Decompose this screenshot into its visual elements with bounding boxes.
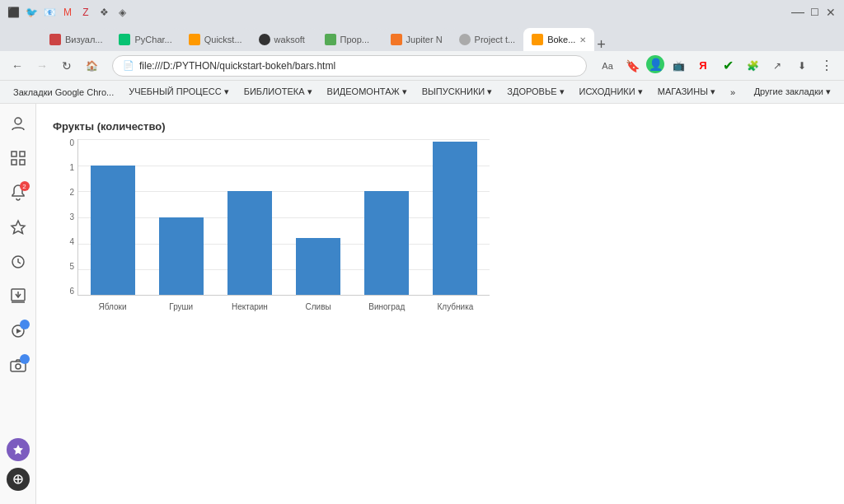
sidebar-icon-apps[interactable]: [5, 145, 31, 171]
chart-title: Фрукты (количество): [53, 120, 828, 133]
svg-marker-5: [12, 221, 25, 234]
sidebar-icon-app1[interactable]: [7, 438, 30, 461]
extensions-icon[interactable]: 🧩: [742, 55, 763, 77]
bookmark-biblioteka[interactable]: БИБЛИОТЕКА ▾: [237, 85, 319, 99]
sidebar-bottom: [7, 438, 30, 497]
svg-point-13: [16, 364, 21, 369]
tab-favicon-waksoft: [259, 34, 270, 45]
chart-area: 6 5 4 3 2 1 0: [53, 139, 490, 320]
sidebar-icon-downloads[interactable]: [5, 283, 31, 310]
restore-icon[interactable]: ☐: [808, 6, 821, 19]
bar-vinograd: [364, 191, 409, 295]
tab-waksoft[interactable]: waksoft: [251, 28, 316, 51]
svg-rect-1: [12, 152, 16, 156]
sidebar-icon-profile[interactable]: [5, 110, 31, 137]
other-bookmarks[interactable]: Другие закладки ▾: [748, 85, 837, 99]
tab-label: Прор...: [340, 35, 369, 44]
tab-bokeh[interactable]: Boke... ✕: [523, 28, 594, 51]
nav-actions: Аа 🔖 👤 📺 Я ✔ 🧩 ↗ ⬇ ⋮: [597, 55, 837, 77]
tab-favicon-quickstart: [189, 34, 200, 45]
reader-mode-icon[interactable]: Аа: [597, 55, 618, 77]
tab-pycharm[interactable]: PyChar...: [110, 28, 180, 51]
title-bar: ⬛ 🐦 📧 M Z ❖ ◈ — ☐ ✕: [0, 0, 844, 25]
tab-jupyter[interactable]: Jupiter N: [382, 28, 451, 51]
play-badge: [20, 320, 30, 329]
tab-favicon-bokeh: [532, 34, 543, 45]
bookmark-zdorovye[interactable]: ЗДОРОВЬЕ ▾: [500, 85, 570, 99]
new-tab-button[interactable]: +: [594, 38, 607, 51]
minimize-icon[interactable]: —: [791, 6, 804, 19]
tab-label: Jupiter N: [406, 35, 443, 44]
sidebar-icon-star[interactable]: [5, 214, 31, 240]
windows-icon[interactable]: ⬛: [7, 6, 20, 19]
bar-klubnika: [433, 142, 477, 295]
tab-close-bokeh[interactable]: ✕: [579, 35, 586, 44]
tab-favicon-jupyter: [391, 34, 402, 45]
bar-group-yabloki: Яблоки: [78, 139, 147, 295]
mail-icon[interactable]: 📧: [43, 6, 56, 19]
bookmark-magaziny[interactable]: МАГАЗИНЫ ▾: [651, 85, 722, 99]
svg-rect-3: [12, 160, 16, 165]
sidebar-icon-camera[interactable]: [5, 352, 31, 379]
browser-body: 2 Фрукты (ко: [0, 104, 844, 504]
back-button[interactable]: ←: [7, 55, 28, 77]
bar-slivy: [296, 238, 340, 295]
tab-project[interactable]: Project t...: [451, 28, 524, 51]
yandex-icon[interactable]: Я: [692, 55, 714, 77]
download-icon[interactable]: ⬇: [791, 55, 813, 77]
bar-group-nektarin: Нектарин: [215, 139, 284, 295]
tab-visual[interactable]: Визуал...: [41, 28, 110, 51]
bar-group-vinograd: Виноград: [353, 139, 421, 295]
y-label-1: 1: [69, 164, 74, 172]
cast-icon[interactable]: 📺: [668, 55, 689, 77]
bookmark-google-chrome[interactable]: Закладки Google Chro...: [7, 86, 120, 99]
bar-label-slivy: Сливы: [306, 302, 331, 311]
twitter-icon[interactable]: 🐦: [25, 6, 38, 19]
close-icon[interactable]: ✕: [824, 6, 837, 19]
address-bar[interactable]: 📄 file:///D:/PYTHON/quickstart-bokeh/bar…: [112, 55, 587, 77]
bar-group-grushi: Груши: [147, 139, 215, 295]
check-icon[interactable]: ✔: [717, 55, 738, 77]
tab-quickstart[interactable]: Quickst...: [181, 28, 251, 51]
tab-favicon-propa: [325, 34, 336, 45]
camera-badge: [20, 354, 30, 364]
bookmark-icon[interactable]: 🔖: [621, 55, 643, 77]
bookmark-more[interactable]: »: [724, 86, 742, 99]
y-label-5: 5: [69, 263, 74, 271]
bar-label-vinograd: Виноград: [368, 302, 405, 311]
bar-yabloki: [91, 166, 135, 296]
reload-button[interactable]: ↻: [56, 55, 77, 77]
bookmark-uchebny[interactable]: УЧЕБНЫЙ ПРОЦЕСС ▾: [122, 85, 236, 99]
y-label-2: 2: [69, 189, 74, 197]
zotero-icon[interactable]: Z: [79, 6, 92, 19]
misc-icon1[interactable]: ❖: [97, 6, 110, 19]
bookmarks-bar: Закладки Google Chro... УЧЕБНЫЙ ПРОЦЕСС …: [0, 81, 844, 104]
bookmark-ishodniki[interactable]: ИСХОДНИКИ ▾: [573, 85, 649, 99]
svg-rect-4: [20, 160, 25, 165]
y-label-3: 3: [69, 213, 74, 222]
tab-label: waksoft: [274, 35, 305, 44]
bookmark-videomontazh[interactable]: ВИДЕОМОНТАЖ ▾: [321, 85, 414, 99]
sidebar-icon-history[interactable]: [5, 249, 31, 275]
tab-propa[interactable]: Прор...: [316, 28, 382, 51]
sidebar-icon-play[interactable]: [5, 318, 31, 344]
svg-point-0: [15, 118, 21, 124]
home-button[interactable]: 🏠: [81, 55, 102, 77]
share-icon[interactable]: ↗: [767, 55, 788, 77]
y-label-0: 0: [69, 139, 74, 147]
svg-marker-11: [16, 329, 21, 334]
profile-icon[interactable]: 👤: [646, 55, 664, 73]
tab-label: Quickst...: [204, 35, 242, 44]
chart-container: Фрукты (количество) 6 5 4 3 2 1 0: [45, 112, 836, 329]
bar-nektarin: [227, 191, 272, 295]
sidebar-icon-notifications[interactable]: 2: [5, 180, 31, 206]
forward-button[interactable]: →: [31, 55, 53, 77]
y-axis: 6 5 4 3 2 1 0: [53, 139, 77, 296]
misc-icon2[interactable]: ◈: [115, 6, 129, 19]
bars-container: Яблоки Груши Нектарин Сливы: [77, 139, 490, 296]
menu-icon[interactable]: ⋮: [816, 55, 837, 77]
bookmark-vypuskniki[interactable]: ВЫПУСКНИКИ ▾: [415, 85, 499, 99]
sidebar-icon-app2[interactable]: [7, 468, 30, 491]
bar-group-slivy: Сливы: [284, 139, 353, 295]
gmail-icon[interactable]: M: [61, 6, 74, 19]
